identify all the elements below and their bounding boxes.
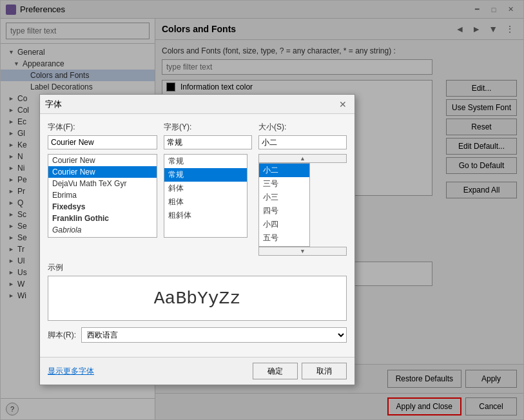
dialog-close-button[interactable]: ✕	[336, 98, 349, 111]
list-item[interactable]: Ebrima	[48, 189, 157, 201]
list-item[interactable]: 斜体	[164, 182, 247, 195]
list-item[interactable]: 四号	[259, 204, 309, 218]
font-size-list[interactable]: 小二 三号 小三 四号 小四 五号 小五	[258, 163, 310, 247]
script-label: 脚本(R):	[48, 330, 76, 341]
list-item[interactable]: 粗斜体	[164, 209, 247, 222]
font-dialog: 字体 ✕ 字体(F): Courier New Courier New Deja…	[39, 94, 355, 385]
list-item-selected[interactable]: 小二	[259, 164, 309, 177]
list-item[interactable]: 常规	[164, 155, 247, 168]
preview-section: 示例 AaBbYyZz	[48, 262, 347, 321]
list-item[interactable]: Fixedsys	[48, 201, 157, 213]
scroll-up-arrow[interactable]: ▲	[258, 154, 347, 163]
dialog-body: 字体(F): Courier New Courier New DejaVu Ma…	[40, 114, 354, 357]
list-item[interactable]: Courier New	[48, 155, 157, 166]
list-item[interactable]: Gadugi	[48, 236, 157, 238]
list-item[interactable]: 粗体	[164, 195, 247, 209]
font-columns: 字体(F): Courier New Courier New DejaVu Ma…	[48, 122, 347, 256]
preview-section-label: 示例	[48, 262, 347, 273]
font-family-label: 字体(F):	[48, 122, 157, 133]
list-item[interactable]: 三号	[259, 177, 309, 191]
dialog-title-bar: 字体 ✕	[40, 95, 354, 114]
dialog-title: 字体	[45, 99, 62, 110]
preferences-window: Preferences ━ □ ✕ ▼ General ▼ Appearan	[0, 0, 524, 420]
preview-box: AaBbYyZz	[48, 276, 347, 321]
list-item[interactable]: DejaVu Math TeX Gyr	[48, 178, 157, 189]
list-item[interactable]: 小四	[259, 218, 309, 231]
list-item[interactable]: 小三	[259, 191, 309, 204]
list-item-selected[interactable]: 常规	[164, 168, 247, 182]
dialog-buttons: 确定 取消	[253, 363, 347, 379]
font-size-input[interactable]	[258, 135, 347, 149]
list-item[interactable]: 五号	[259, 231, 309, 245]
script-select[interactable]: 西欧语言 中文 日文 韩文	[81, 327, 347, 343]
font-style-input[interactable]	[164, 135, 252, 149]
show-more-fonts-link[interactable]: 显示更多字体	[48, 366, 94, 377]
font-style-label: 字形(Y):	[164, 122, 252, 133]
dialog-footer: 显示更多字体 确定 取消	[40, 357, 354, 385]
dialog-confirm-button[interactable]: 确定	[253, 363, 298, 379]
font-style-list[interactable]: 常规 常规 斜体 粗体 粗斜体	[164, 154, 247, 238]
font-family-input[interactable]	[48, 135, 157, 149]
scroll-down-arrow[interactable]: ▼	[258, 247, 347, 256]
font-style-column: 字形(Y): 常规 常规 斜体 粗体 粗斜体	[164, 122, 252, 256]
script-row: 脚本(R): 西欧语言 中文 日文 韩文	[48, 327, 347, 343]
preview-sample-text: AaBbYyZz	[154, 289, 240, 309]
list-item[interactable]: Gabriola	[48, 224, 157, 236]
dialog-cancel-button[interactable]: 取消	[302, 363, 347, 379]
font-family-column: 字体(F): Courier New Courier New DejaVu Ma…	[48, 122, 157, 256]
list-item[interactable]: Franklin Gothic	[48, 213, 157, 224]
font-family-list[interactable]: Courier New Courier New DejaVu Math TeX …	[48, 154, 157, 238]
dialog-overlay: 字体 ✕ 字体(F): Courier New Courier New Deja…	[1, 1, 523, 419]
list-item-selected[interactable]: Courier New	[48, 166, 157, 178]
font-size-column: 大小(S): ▲ 小二 三号 小三 四号 小四 五号 小五	[258, 122, 347, 256]
list-item[interactable]: 小五	[259, 245, 309, 247]
font-size-label: 大小(S):	[258, 122, 347, 133]
